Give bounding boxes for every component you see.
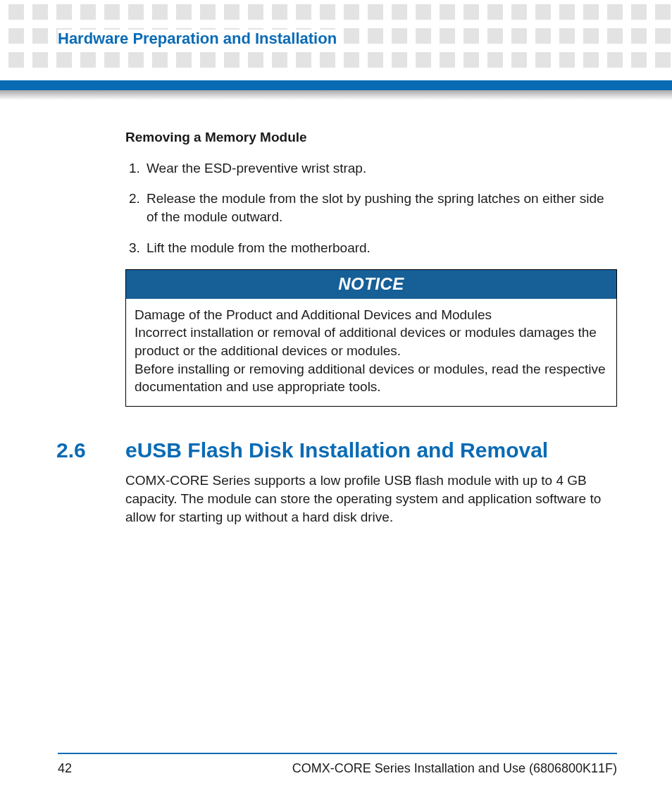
ordered-steps-list: Wear the ESD-preventive wrist strap. Rel… [125, 159, 617, 257]
header-gradient-bar [0, 90, 672, 100]
step-item: Lift the module from the motherboard. [144, 239, 617, 257]
decorative-squares-row [0, 52, 672, 68]
step-item: Wear the ESD-preventive wrist strap. [144, 159, 617, 178]
document-id: COMX-CORE Series Installation and Use (6… [292, 761, 617, 776]
notice-label: NOTICE [126, 270, 616, 298]
page-footer: 42 COMX-CORE Series Installation and Use… [58, 753, 617, 776]
notice-line: Incorrect installation or removal of add… [135, 324, 608, 359]
section-number: 2.6 [56, 436, 125, 465]
notice-box: NOTICE Damage of the Product and Additio… [125, 269, 617, 407]
notice-line: Damage of the Product and Additional Dev… [135, 306, 608, 324]
chapter-title: Hardware Preparation and Installation [58, 30, 341, 48]
notice-line: Before installing or removing additional… [135, 360, 608, 396]
notice-body: Damage of the Product and Additional Dev… [126, 299, 616, 406]
subheading-removing-memory-module: Removing a Memory Module [125, 128, 617, 147]
header-blue-bar [0, 80, 672, 90]
section-title: eUSB Flash Disk Installation and Removal [125, 436, 548, 465]
step-item: Release the module from the slot by push… [144, 190, 617, 226]
decorative-squares-row [0, 4, 672, 20]
page-number: 42 [58, 761, 72, 776]
section-body-text: COMX-CORE Series supports a low profile … [125, 472, 617, 526]
